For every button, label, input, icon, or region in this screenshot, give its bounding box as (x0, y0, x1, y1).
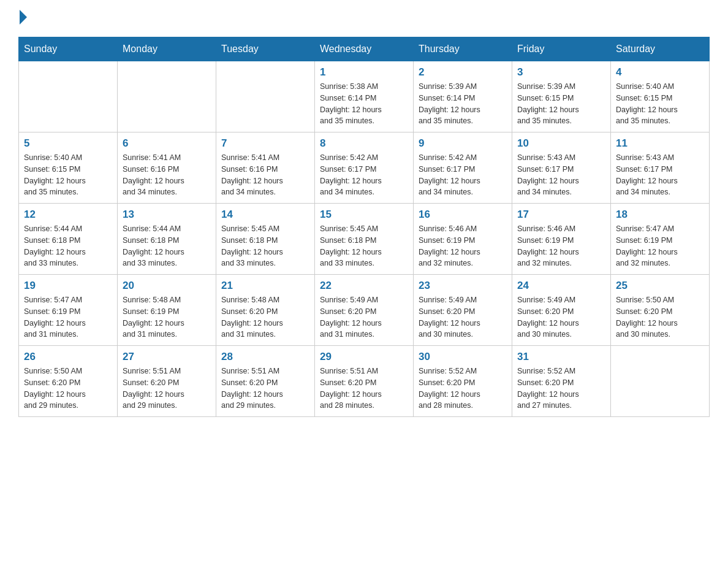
calendar-header-row: SundayMondayTuesdayWednesdayThursdayFrid… (19, 37, 710, 61)
day-info: Sunrise: 5:46 AMSunset: 6:19 PMDaylight:… (419, 223, 507, 269)
day-number: 8 (320, 137, 408, 150)
calendar-cell: 5Sunrise: 5:40 AMSunset: 6:15 PMDaylight… (19, 132, 118, 204)
calendar-cell: 29Sunrise: 5:51 AMSunset: 6:20 PMDayligh… (315, 346, 414, 417)
calendar-cell: 31Sunrise: 5:52 AMSunset: 6:20 PMDayligh… (512, 346, 611, 417)
day-info: Sunrise: 5:51 AMSunset: 6:20 PMDaylight:… (320, 366, 408, 412)
calendar-cell (611, 346, 710, 417)
day-number: 30 (419, 351, 507, 363)
day-number: 4 (616, 66, 704, 79)
day-info: Sunrise: 5:49 AMSunset: 6:20 PMDaylight:… (320, 294, 408, 340)
day-info: Sunrise: 5:47 AMSunset: 6:19 PMDaylight:… (24, 294, 112, 340)
calendar-cell: 16Sunrise: 5:46 AMSunset: 6:19 PMDayligh… (414, 204, 512, 275)
day-number: 29 (320, 351, 408, 363)
day-number: 3 (517, 66, 605, 79)
day-number: 19 (24, 280, 112, 292)
day-info: Sunrise: 5:39 AMSunset: 6:15 PMDaylight:… (517, 81, 605, 127)
day-number: 1 (320, 66, 408, 79)
calendar-week-row: 19Sunrise: 5:47 AMSunset: 6:19 PMDayligh… (19, 275, 710, 346)
day-number: 11 (616, 137, 704, 150)
calendar-cell: 11Sunrise: 5:43 AMSunset: 6:17 PMDayligh… (611, 132, 710, 204)
day-number: 31 (517, 351, 605, 363)
day-info: Sunrise: 5:39 AMSunset: 6:14 PMDaylight:… (419, 81, 507, 127)
calendar-cell: 17Sunrise: 5:46 AMSunset: 6:19 PMDayligh… (512, 204, 611, 275)
calendar-cell (216, 61, 315, 132)
calendar-cell: 22Sunrise: 5:49 AMSunset: 6:20 PMDayligh… (315, 275, 414, 346)
logo (18, 12, 27, 25)
calendar-cell: 27Sunrise: 5:51 AMSunset: 6:20 PMDayligh… (118, 346, 216, 417)
day-info: Sunrise: 5:42 AMSunset: 6:17 PMDaylight:… (419, 152, 507, 198)
day-info: Sunrise: 5:38 AMSunset: 6:14 PMDaylight:… (320, 81, 408, 127)
day-number: 26 (24, 351, 112, 363)
calendar-cell (19, 61, 118, 132)
day-number: 22 (320, 280, 408, 292)
day-info: Sunrise: 5:50 AMSunset: 6:20 PMDaylight:… (24, 366, 112, 412)
column-header-friday: Friday (512, 37, 611, 61)
day-number: 25 (616, 280, 704, 292)
day-info: Sunrise: 5:47 AMSunset: 6:19 PMDaylight:… (616, 223, 704, 269)
day-number: 17 (517, 209, 605, 221)
calendar-cell: 14Sunrise: 5:45 AMSunset: 6:18 PMDayligh… (216, 204, 315, 275)
calendar-cell: 13Sunrise: 5:44 AMSunset: 6:18 PMDayligh… (118, 204, 216, 275)
calendar-cell: 12Sunrise: 5:44 AMSunset: 6:18 PMDayligh… (19, 204, 118, 275)
day-info: Sunrise: 5:45 AMSunset: 6:18 PMDaylight:… (221, 223, 309, 269)
calendar-week-row: 1Sunrise: 5:38 AMSunset: 6:14 PMDaylight… (19, 61, 710, 132)
column-header-tuesday: Tuesday (216, 37, 315, 61)
day-info: Sunrise: 5:40 AMSunset: 6:15 PMDaylight:… (24, 152, 112, 198)
calendar-cell: 10Sunrise: 5:43 AMSunset: 6:17 PMDayligh… (512, 132, 611, 204)
calendar-week-row: 5Sunrise: 5:40 AMSunset: 6:15 PMDaylight… (19, 132, 710, 204)
day-info: Sunrise: 5:51 AMSunset: 6:20 PMDaylight:… (221, 366, 309, 412)
calendar-cell: 2Sunrise: 5:39 AMSunset: 6:14 PMDaylight… (414, 61, 512, 132)
day-number: 13 (123, 209, 211, 221)
calendar-cell: 23Sunrise: 5:49 AMSunset: 6:20 PMDayligh… (414, 275, 512, 346)
day-info: Sunrise: 5:49 AMSunset: 6:20 PMDaylight:… (517, 294, 605, 340)
column-header-monday: Monday (118, 37, 216, 61)
day-number: 2 (419, 66, 507, 79)
day-info: Sunrise: 5:52 AMSunset: 6:20 PMDaylight:… (517, 366, 605, 412)
calendar-cell (118, 61, 216, 132)
day-number: 23 (419, 280, 507, 292)
column-header-thursday: Thursday (414, 37, 512, 61)
day-info: Sunrise: 5:40 AMSunset: 6:15 PMDaylight:… (616, 81, 704, 127)
day-number: 14 (221, 209, 309, 221)
day-info: Sunrise: 5:44 AMSunset: 6:18 PMDaylight:… (123, 223, 211, 269)
day-number: 28 (221, 351, 309, 363)
day-info: Sunrise: 5:52 AMSunset: 6:20 PMDaylight:… (419, 366, 507, 412)
day-number: 5 (24, 137, 112, 150)
calendar-cell: 28Sunrise: 5:51 AMSunset: 6:20 PMDayligh… (216, 346, 315, 417)
day-number: 12 (24, 209, 112, 221)
day-number: 18 (616, 209, 704, 221)
day-number: 10 (517, 137, 605, 150)
day-number: 6 (123, 137, 211, 150)
calendar-cell: 19Sunrise: 5:47 AMSunset: 6:19 PMDayligh… (19, 275, 118, 346)
day-number: 9 (419, 137, 507, 150)
page-header (18, 12, 710, 25)
day-number: 27 (123, 351, 211, 363)
day-number: 20 (123, 280, 211, 292)
logo-arrow-icon (20, 10, 27, 25)
day-info: Sunrise: 5:49 AMSunset: 6:20 PMDaylight:… (419, 294, 507, 340)
calendar-table: SundayMondayTuesdayWednesdayThursdayFrid… (18, 37, 710, 417)
calendar-cell: 15Sunrise: 5:45 AMSunset: 6:18 PMDayligh… (315, 204, 414, 275)
column-header-wednesday: Wednesday (315, 37, 414, 61)
calendar-cell: 21Sunrise: 5:48 AMSunset: 6:20 PMDayligh… (216, 275, 315, 346)
calendar-cell: 6Sunrise: 5:41 AMSunset: 6:16 PMDaylight… (118, 132, 216, 204)
calendar-cell: 9Sunrise: 5:42 AMSunset: 6:17 PMDaylight… (414, 132, 512, 204)
day-info: Sunrise: 5:48 AMSunset: 6:19 PMDaylight:… (123, 294, 211, 340)
day-info: Sunrise: 5:46 AMSunset: 6:19 PMDaylight:… (517, 223, 605, 269)
day-number: 7 (221, 137, 309, 150)
day-number: 16 (419, 209, 507, 221)
day-number: 24 (517, 280, 605, 292)
calendar-cell: 25Sunrise: 5:50 AMSunset: 6:20 PMDayligh… (611, 275, 710, 346)
day-info: Sunrise: 5:43 AMSunset: 6:17 PMDaylight:… (616, 152, 704, 198)
day-info: Sunrise: 5:50 AMSunset: 6:20 PMDaylight:… (616, 294, 704, 340)
calendar-cell: 24Sunrise: 5:49 AMSunset: 6:20 PMDayligh… (512, 275, 611, 346)
calendar-cell: 1Sunrise: 5:38 AMSunset: 6:14 PMDaylight… (315, 61, 414, 132)
calendar-cell: 8Sunrise: 5:42 AMSunset: 6:17 PMDaylight… (315, 132, 414, 204)
day-number: 21 (221, 280, 309, 292)
day-info: Sunrise: 5:41 AMSunset: 6:16 PMDaylight:… (123, 152, 211, 198)
day-info: Sunrise: 5:43 AMSunset: 6:17 PMDaylight:… (517, 152, 605, 198)
calendar-cell: 26Sunrise: 5:50 AMSunset: 6:20 PMDayligh… (19, 346, 118, 417)
column-header-sunday: Sunday (19, 37, 118, 61)
calendar-cell: 3Sunrise: 5:39 AMSunset: 6:15 PMDaylight… (512, 61, 611, 132)
calendar-cell: 7Sunrise: 5:41 AMSunset: 6:16 PMDaylight… (216, 132, 315, 204)
